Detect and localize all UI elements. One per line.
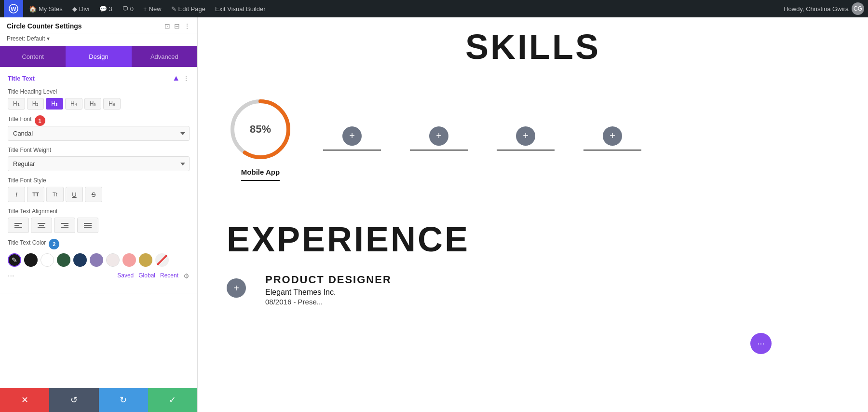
align-center-icon xyxy=(38,222,45,228)
align-left-btn[interactable] xyxy=(8,218,29,233)
strikethrough-btn[interactable]: S xyxy=(85,187,102,202)
add-circle-3: + xyxy=(497,126,555,151)
italic-btn[interactable]: I xyxy=(8,187,25,202)
company-name: Elegant Themes Inc. xyxy=(265,288,392,297)
more-icon[interactable]: ⋮ xyxy=(184,22,190,30)
recent-link[interactable]: Recent xyxy=(160,272,178,280)
section-actions: ▲ ⋮ xyxy=(172,74,190,82)
heading-h1-btn[interactable]: H₁ xyxy=(8,98,25,110)
experience-details: PRODUCT DESIGNER Elegant Themes Inc. 08/… xyxy=(265,274,392,306)
add-button-4[interactable]: + xyxy=(603,126,622,146)
add-button-2[interactable]: + xyxy=(429,126,448,146)
heading-buttons: H₁ H₂ H₃ H₄ H₅ H₆ xyxy=(8,98,190,110)
color-footer: ··· Saved Global Recent ⚙ xyxy=(8,272,190,280)
job-title: PRODUCT DESIGNER xyxy=(265,274,392,286)
circle-label: Mobile App xyxy=(241,168,280,176)
heading-h2-btn[interactable]: H₂ xyxy=(27,98,44,110)
experience-heading: EXPERIENCE xyxy=(227,220,839,259)
add-circle-1: + xyxy=(323,126,381,151)
save-button[interactable]: ✓ xyxy=(148,388,197,412)
title-text-alignment-field: Title Text Alignment xyxy=(8,208,190,233)
gear-icon[interactable]: ⚙ xyxy=(183,272,190,280)
skills-heading: SKILLS xyxy=(227,27,839,67)
circle-percentage: 85% xyxy=(250,123,271,136)
title-font-badge: 1 xyxy=(35,115,45,126)
preset-label[interactable]: Preset: Default xyxy=(7,35,45,42)
add-button-3[interactable]: + xyxy=(516,126,535,146)
panel-content: Title Text ▲ ⋮ Title Heading Level H₁ H₂… xyxy=(0,67,197,388)
redo-button[interactable]: ↻ xyxy=(99,388,148,412)
comments-menu[interactable]: 💬 3 xyxy=(95,0,116,17)
underline-btn[interactable]: U xyxy=(66,187,83,202)
new-button[interactable]: + New xyxy=(139,0,165,17)
color-more-icon[interactable]: ··· xyxy=(8,272,14,280)
black-swatch[interactable] xyxy=(24,253,38,267)
cancel-button[interactable]: ✕ xyxy=(0,388,49,412)
expand-icon[interactable]: ⊟ xyxy=(174,22,180,30)
heading-h3-btn[interactable]: H₃ xyxy=(46,98,63,110)
circle-counter: 85% Mobile App xyxy=(227,96,294,181)
heading-h4-btn[interactable]: H₄ xyxy=(65,98,82,110)
align-buttons xyxy=(8,218,190,233)
eyedropper-swatch[interactable]: ✎ xyxy=(8,253,21,267)
edit-page-button[interactable]: ✎ Edit Page xyxy=(167,0,209,17)
no-color-swatch[interactable] xyxy=(155,253,169,267)
saved-link[interactable]: Saved xyxy=(117,272,134,280)
pencil-icon: ✎ xyxy=(171,5,176,13)
align-left-icon xyxy=(14,222,22,228)
comment-count[interactable]: 🗨 0 xyxy=(118,0,137,17)
light-pink-swatch[interactable] xyxy=(106,253,120,267)
section-header: Title Text ▲ ⋮ xyxy=(8,74,190,82)
undo-button[interactable]: ↺ xyxy=(49,388,98,412)
floating-dots-button[interactable]: ··· xyxy=(750,333,772,354)
title-font-weight-select[interactable]: Regular xyxy=(8,156,190,171)
gold-swatch[interactable] xyxy=(139,253,152,267)
section-title: Title Text xyxy=(8,75,35,82)
heading-h6-btn[interactable]: H₆ xyxy=(103,98,121,110)
canvas-area[interactable]: SKILLS 85% Mobile App xyxy=(198,17,868,412)
admin-bar: W 🏠 My Sites ◆ Divi 💬 3 🗨 0 + New ✎ Edit… xyxy=(0,0,868,17)
add-line-1 xyxy=(323,150,381,151)
align-right-icon xyxy=(61,222,68,228)
title-font-label: Title Font xyxy=(8,116,32,123)
align-right-btn[interactable] xyxy=(54,218,75,233)
color-swatches-row: ✎ xyxy=(8,253,190,267)
tab-bar: Content Design Advanced xyxy=(0,46,197,67)
tab-content[interactable]: Content xyxy=(0,46,66,67)
exit-builder-button[interactable]: Exit Visual Builder xyxy=(211,0,270,17)
user-menu[interactable]: Howdy, Christina Gwira CG xyxy=(784,2,864,15)
bottom-bar: ✕ ↺ ↻ ✓ xyxy=(0,388,197,412)
circle-underline xyxy=(241,180,280,181)
plus-icon: + xyxy=(143,5,147,13)
tab-design[interactable]: Design xyxy=(66,46,131,67)
dark-blue-swatch[interactable] xyxy=(73,253,87,267)
add-circle-4: + xyxy=(583,126,641,151)
purple-swatch[interactable] xyxy=(90,253,103,267)
dark-green-swatch[interactable] xyxy=(57,253,70,267)
tab-advanced[interactable]: Advanced xyxy=(132,46,197,67)
wp-admin-button[interactable]: W xyxy=(4,0,23,17)
minimize-icon[interactable]: ⊡ xyxy=(164,22,170,30)
align-center-btn[interactable] xyxy=(31,218,52,233)
heading-h5-btn[interactable]: H₅ xyxy=(84,98,102,110)
uppercase-btn[interactable]: TT xyxy=(27,187,44,202)
preset-chevron[interactable]: ▾ xyxy=(47,35,50,42)
light-red-swatch[interactable] xyxy=(122,253,136,267)
heading-level-label: Title Heading Level xyxy=(8,88,190,95)
capitalize-btn[interactable]: Tt xyxy=(46,187,64,202)
canvas-content: SKILLS 85% Mobile App xyxy=(198,17,868,412)
exp-add-button[interactable]: + xyxy=(227,278,246,298)
section-options-icon[interactable]: ⋮ xyxy=(183,74,190,82)
global-link[interactable]: Global xyxy=(138,272,155,280)
preset-row: Preset: Default ▾ xyxy=(0,33,197,46)
my-sites-menu[interactable]: 🏠 My Sites xyxy=(25,0,67,17)
collapse-icon[interactable]: ▲ xyxy=(172,74,180,82)
title-font-select[interactable]: Candal xyxy=(8,126,190,141)
title-font-field: Title Font 1 Candal xyxy=(8,115,190,141)
circles-row: 85% Mobile App + + + xyxy=(227,86,839,200)
add-button-1[interactable]: + xyxy=(342,126,362,146)
align-justify-btn[interactable] xyxy=(77,218,98,233)
wordpress-icon: W xyxy=(9,4,18,14)
white-swatch[interactable] xyxy=(41,253,54,267)
divi-menu[interactable]: ◆ Divi xyxy=(68,0,94,17)
